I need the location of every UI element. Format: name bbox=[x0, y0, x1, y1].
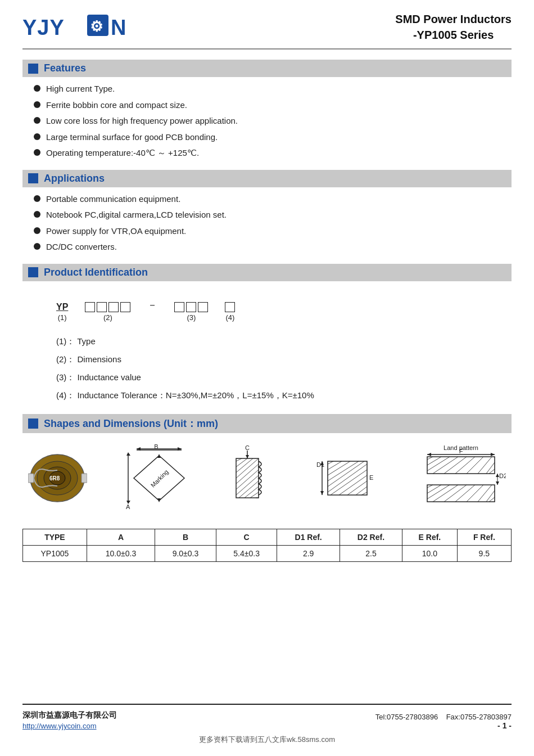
dimensions-table: TYPE A B C D1 Ref. D2 Ref. E Ref. F Ref.… bbox=[22, 529, 512, 562]
th-c: C bbox=[216, 529, 277, 545]
pid-box bbox=[108, 302, 119, 312]
svg-text:F: F bbox=[459, 448, 463, 454]
product-id-blue-square bbox=[28, 267, 38, 277]
pid-boxes-4 bbox=[225, 302, 235, 312]
list-item: Power supply for VTR,OA equipment. bbox=[34, 225, 512, 238]
td-d1: 2.9 bbox=[277, 545, 340, 561]
svg-marker-43 bbox=[320, 491, 324, 495]
pid-label-2: (2) bbox=[103, 313, 112, 322]
svg-marker-27 bbox=[246, 455, 249, 458]
applications-list: Portable communication equipment. Notebo… bbox=[22, 193, 512, 260]
features-section-header: Features bbox=[22, 60, 512, 77]
bullet-dot bbox=[34, 117, 40, 124]
bullet-dot bbox=[34, 133, 40, 140]
footer-website-link[interactable]: http://www.yjycoin.com bbox=[22, 722, 117, 730]
inductor-drawing: 6R8 bbox=[28, 450, 87, 506]
product-id-diagram: YP (1) (2) － (3) bbox=[22, 287, 512, 327]
features-title: Features bbox=[44, 62, 86, 74]
td-type: YP1005 bbox=[23, 545, 87, 561]
td-c: 5.4±0.3 bbox=[216, 545, 277, 561]
list-item: Low core loss for high frequency power a… bbox=[34, 115, 512, 128]
bullet-dot bbox=[34, 85, 40, 92]
c-shape-drawing: C bbox=[230, 444, 278, 512]
svg-rect-11 bbox=[82, 474, 87, 483]
list-item: Large terminal surface for good PCB bond… bbox=[34, 131, 512, 144]
page-footer: 深圳市益嘉源电子有限公司 http://www.yjycoin.com Tel:… bbox=[22, 704, 512, 730]
pid-group-4: (4) bbox=[225, 302, 235, 322]
bullet-dot bbox=[34, 101, 40, 108]
features-blue-square bbox=[28, 64, 38, 74]
page-header: YJY ⚙ N 益嘉源 SMD Power Inductors -YP1005 … bbox=[22, 11, 512, 50]
pid-prefix: YP bbox=[56, 302, 68, 312]
pid-desc-3: (3)： Inductance value bbox=[56, 369, 489, 386]
logo-svg: YJY ⚙ N 益嘉源 bbox=[22, 11, 135, 42]
list-item: High current Type. bbox=[34, 83, 512, 96]
pid-box bbox=[174, 302, 184, 312]
th-b: B bbox=[155, 529, 216, 545]
list-item: DC/DC converters. bbox=[34, 241, 512, 254]
pid-box bbox=[85, 302, 95, 312]
pid-box bbox=[97, 302, 107, 312]
pid-boxes-2 bbox=[85, 302, 130, 312]
footer-page-number: - 1 - bbox=[375, 721, 512, 730]
shapes-section-header: Shapes and Dimensions (Unit：mm) bbox=[22, 414, 512, 433]
th-d1: D1 Ref. bbox=[277, 529, 340, 545]
svg-text:A: A bbox=[126, 503, 130, 510]
th-a: A bbox=[87, 529, 155, 545]
th-d2: D2 Ref. bbox=[340, 529, 402, 545]
bullet-dot bbox=[34, 211, 40, 218]
footer-company: 深圳市益嘉源电子有限公司 bbox=[22, 710, 117, 721]
bullet-dot bbox=[34, 243, 40, 250]
land-pattern-drawing: Land pattern F bbox=[416, 444, 506, 512]
th-e: E Ref. bbox=[402, 529, 458, 545]
svg-marker-59 bbox=[427, 453, 431, 456]
pid-label-3: (3) bbox=[187, 313, 196, 322]
pid-descriptions: (1)： Type (2)： Dimensions (3)： Inductanc… bbox=[22, 327, 512, 411]
product-id-section-header: Product Identification bbox=[22, 264, 512, 281]
table-row: YP1005 10.0±0.3 9.0±0.3 5.4±0.3 2.9 2.5 … bbox=[23, 545, 512, 561]
th-f: F Ref. bbox=[457, 529, 511, 545]
shapes-title: Shapes and Dimensions (Unit：mm) bbox=[44, 417, 218, 430]
list-item: Ferrite bobbin core and compact size. bbox=[34, 99, 512, 112]
pid-desc-2: (2)： Dimensions bbox=[56, 351, 489, 368]
th-type: TYPE bbox=[23, 529, 87, 545]
svg-text:6R8: 6R8 bbox=[49, 475, 60, 482]
pid-label-4: (4) bbox=[225, 313, 234, 322]
features-list: High current Type. Ferrite bobbin core a… bbox=[22, 83, 512, 166]
footer-contact: Tel:0755-27803896 Fax:0755-27803897 bbox=[375, 713, 512, 721]
applications-blue-square bbox=[28, 173, 38, 183]
side-view-drawing: D1 E bbox=[314, 444, 381, 512]
svg-marker-87 bbox=[496, 482, 499, 485]
shapes-blue-square bbox=[28, 418, 38, 429]
list-item: Portable communication equipment. bbox=[34, 193, 512, 206]
svg-text:N: N bbox=[111, 16, 126, 39]
footer-right: Tel:0755-27803896 Fax:0755-27803897 - 1 … bbox=[375, 713, 512, 730]
bullet-dot bbox=[34, 195, 40, 202]
td-b: 9.0±0.3 bbox=[155, 545, 216, 561]
svg-rect-10 bbox=[28, 474, 34, 483]
svg-marker-60 bbox=[491, 453, 495, 456]
svg-text:E: E bbox=[369, 474, 373, 481]
applications-section-header: Applications bbox=[22, 170, 512, 187]
bullet-dot bbox=[34, 227, 40, 234]
table-header-row: TYPE A B C D1 Ref. D2 Ref. E Ref. F Ref. bbox=[23, 529, 512, 545]
header-title: SMD Power Inductors -YP1005 Series bbox=[395, 11, 512, 43]
svg-marker-19 bbox=[157, 498, 161, 502]
diamond-drawing: B Marking A bbox=[123, 444, 196, 512]
td-a: 10.0±0.3 bbox=[87, 545, 155, 561]
svg-text:YJY: YJY bbox=[22, 16, 65, 39]
logo-area: YJY ⚙ N 益嘉源 bbox=[22, 11, 135, 42]
pid-desc-1: (1)： Type bbox=[56, 333, 489, 350]
svg-text:D2: D2 bbox=[499, 472, 506, 479]
pid-label-1: (1) bbox=[58, 313, 67, 322]
pid-group-2: (2) bbox=[85, 302, 130, 322]
list-item: Notebook PC,digital carmera,LCD televisi… bbox=[34, 209, 512, 222]
pid-boxes-3 bbox=[174, 302, 208, 312]
list-item: Operating temperature:-40℃ ～ +125℃. bbox=[34, 147, 512, 160]
shapes-diagrams: 6R8 B Marking A bbox=[22, 439, 512, 523]
footer-left: 深圳市益嘉源电子有限公司 http://www.yjycoin.com bbox=[22, 710, 117, 730]
pid-box bbox=[225, 302, 235, 312]
svg-text:⚙: ⚙ bbox=[90, 18, 103, 35]
pid-dash: － bbox=[147, 298, 157, 322]
pid-desc-4: (4)： Inductance Tolerance：N=±30%,M=±20%，… bbox=[56, 387, 489, 404]
